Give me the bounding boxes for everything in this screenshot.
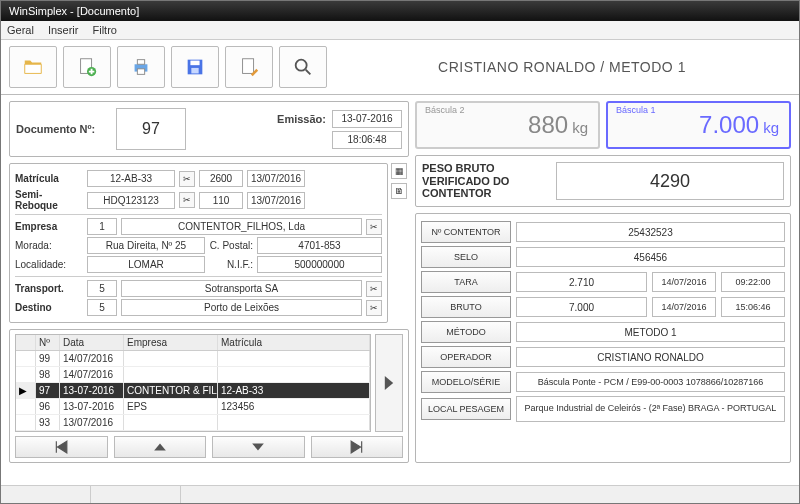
search-button[interactable]: [279, 46, 327, 88]
grid-h-emp[interactable]: Empresa: [124, 335, 218, 350]
emissao-date: 13-07-2016: [332, 110, 402, 128]
table-row[interactable]: 9613-07-2016EPS123456: [16, 399, 370, 415]
matricula-cut-button[interactable]: ✂: [179, 171, 195, 187]
headline: CRISTIANO RONALDO / METODO 1: [333, 59, 791, 75]
semi-data[interactable]: 13/07/2016: [247, 192, 305, 209]
menu-filtro[interactable]: Filtro: [92, 24, 116, 36]
side-icon-2[interactable]: 🗎: [391, 183, 407, 199]
emissao-label: Emissão:: [277, 113, 326, 125]
nif-field[interactable]: 500000000: [257, 256, 382, 273]
svg-rect-8: [243, 59, 254, 74]
down-icon: [251, 440, 265, 454]
grid-h-mat[interactable]: Matrícula: [218, 335, 370, 350]
tara-date: 14/07/2016: [652, 272, 716, 292]
table-row[interactable]: 9313/07/2016: [16, 415, 370, 431]
nav-last-button[interactable]: [311, 436, 404, 458]
localidade-field[interactable]: LOMAR: [87, 256, 205, 273]
edit-button[interactable]: [225, 46, 273, 88]
save-button[interactable]: [171, 46, 219, 88]
transport-cut-button[interactable]: ✂: [366, 281, 382, 297]
semi-cut-button[interactable]: ✂: [179, 192, 195, 208]
print-button[interactable]: [117, 46, 165, 88]
semi-label: Semi-Reboque: [15, 189, 83, 211]
document-panel: Documento Nº: 97 Emissão: 13-07-2016 18:…: [9, 101, 409, 157]
pbv-panel: PESO BRUTO VERIFICADO DO CONTENTOR 4290: [415, 155, 791, 207]
grid-h-data[interactable]: Data: [60, 335, 124, 350]
menubar: Geral Inserir Filtro: [1, 21, 799, 40]
svg-rect-7: [191, 68, 198, 74]
transport-nome[interactable]: Sotransporta SA: [121, 280, 362, 297]
tara-time: 09:22:00: [721, 272, 785, 292]
transport-label: Transport.: [15, 283, 83, 294]
edit-doc-icon: [238, 56, 260, 78]
local-button[interactable]: LOCAL PESAGEM: [421, 398, 511, 420]
metodo-value: METODO 1: [516, 322, 785, 342]
tara-button[interactable]: TARA: [421, 271, 511, 293]
statusbar: [1, 485, 799, 503]
semi-field[interactable]: HDQ123123: [87, 192, 175, 209]
vehicle-panel: Matrícula 12-AB-33 ✂ 2600 13/07/2016 Sem…: [9, 163, 388, 323]
bruto-date: 14/07/2016: [652, 297, 716, 317]
history-panel: Nº Data Empresa Matrícula 9914/07/2016 9…: [9, 329, 409, 463]
nav-first-button[interactable]: [15, 436, 108, 458]
window-title: WinSimplex - [Documento]: [9, 5, 139, 17]
svg-point-9: [296, 60, 307, 71]
toolbar: CRISTIANO RONALDO / METODO 1: [1, 40, 799, 95]
metodo-button[interactable]: MÉTODO: [421, 321, 511, 343]
bruto-value[interactable]: 7.000: [516, 297, 647, 317]
open-button[interactable]: [9, 46, 57, 88]
nav-next-button[interactable]: [212, 436, 305, 458]
empresa-id[interactable]: 1: [87, 218, 117, 235]
contentor-button[interactable]: Nº CONTENTOR: [421, 221, 511, 243]
destino-cut-button[interactable]: ✂: [366, 300, 382, 316]
local-value: Parque Industrial de Celeirós - (2ª Fase…: [516, 396, 785, 422]
first-icon: [54, 440, 68, 454]
history-grid[interactable]: Nº Data Empresa Matrícula 9914/07/2016 9…: [15, 334, 371, 432]
matricula-data[interactable]: 13/07/2016: [247, 170, 305, 187]
table-row[interactable]: 9914/07/2016: [16, 351, 370, 367]
modelo-button[interactable]: MODELO/SÉRIE: [421, 371, 511, 393]
grid-expand-button[interactable]: [375, 334, 403, 432]
transport-id[interactable]: 5: [87, 280, 117, 297]
operador-value: CRISTIANO RONALDO: [516, 347, 785, 367]
folder-icon: [22, 56, 44, 78]
menu-geral[interactable]: Geral: [7, 24, 34, 36]
tara-value[interactable]: 2.710: [516, 272, 647, 292]
nif-label: N.I.F.:: [209, 259, 253, 270]
side-icon-1[interactable]: ▦: [391, 163, 407, 179]
bascula-2-box: Báscula 2 880kg: [415, 101, 600, 149]
save-icon: [184, 56, 206, 78]
up-icon: [153, 440, 167, 454]
bruto-button[interactable]: BRUTO: [421, 296, 511, 318]
menu-inserir[interactable]: Inserir: [48, 24, 79, 36]
selo-value[interactable]: 456456: [516, 247, 785, 267]
morada-field[interactable]: Rua Direita, Nº 25: [87, 237, 205, 254]
bascula-1-value: 7.000: [699, 111, 759, 138]
table-row[interactable]: 9814/07/2016: [16, 367, 370, 383]
nav-prev-button[interactable]: [114, 436, 207, 458]
last-icon: [350, 440, 364, 454]
bascula-1-box: Báscula 1 7.000kg: [606, 101, 791, 149]
contentor-value[interactable]: 25432523: [516, 222, 785, 242]
scales-panel: Báscula 2 880kg Báscula 1 7.000kg: [415, 101, 791, 149]
operador-button[interactable]: OPERADOR: [421, 346, 511, 368]
semi-peso[interactable]: 110: [199, 192, 243, 209]
selo-button[interactable]: SELO: [421, 246, 511, 268]
destino-nome[interactable]: Porto de Leixões: [121, 299, 362, 316]
cpostal-field[interactable]: 4701-853: [257, 237, 382, 254]
new-button[interactable]: [63, 46, 111, 88]
window-titlebar: WinSimplex - [Documento]: [1, 1, 799, 21]
documento-label: Documento Nº:: [16, 123, 106, 135]
table-row-selected[interactable]: ▶9713-07-2016CONTENTOR & FILHO12-AB-33: [16, 383, 370, 399]
cpostal-label: C. Postal:: [209, 240, 253, 251]
destino-id[interactable]: 5: [87, 299, 117, 316]
empresa-nome[interactable]: CONTENTOR_FILHOS, Lda: [121, 218, 362, 235]
matricula-peso[interactable]: 2600: [199, 170, 243, 187]
empresa-label: Empresa: [15, 221, 83, 232]
details-panel: Nº CONTENTOR 25432523 SELO 456456 TARA 2…: [415, 213, 791, 463]
emissao-time: 18:06:48: [332, 131, 402, 149]
matricula-field[interactable]: 12-AB-33: [87, 170, 175, 187]
empresa-cut-button[interactable]: ✂: [366, 219, 382, 235]
grid-h-num[interactable]: Nº: [36, 335, 60, 350]
localidade-label: Localidade:: [15, 259, 83, 270]
